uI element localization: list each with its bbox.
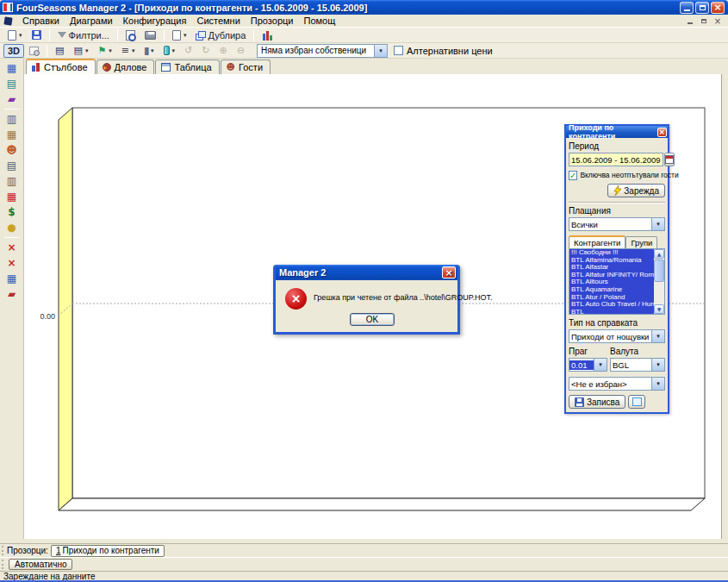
error-dialog: Manager 2 × × Грешка при четене от файла… <box>273 265 460 335</box>
tab-contragents[interactable]: Контрагенти <box>569 235 625 248</box>
windows-label: Прозорци: <box>7 546 48 555</box>
legend-options-button[interactable]: ▤▾ <box>69 44 92 58</box>
list-item[interactable]: !!! Свободни !!! <box>569 249 654 257</box>
payments-icon-button[interactable]: ● <box>3 220 22 235</box>
dialog-title: Manager 2 <box>279 267 326 278</box>
tab-groups[interactable]: Групи <box>625 236 657 248</box>
panel-divider <box>569 202 665 203</box>
saved-profile-select[interactable]: <Не е избран> ▾ <box>569 377 665 391</box>
zoom-out-button[interactable]: ⊖ <box>233 44 249 58</box>
currency-select[interactable]: BGL ▾ <box>610 358 665 372</box>
filters-button[interactable]: Филтри... <box>53 28 114 42</box>
payments-select[interactable]: Всички ▾ <box>569 217 665 231</box>
toggle-3d-button[interactable]: 3D <box>3 44 24 58</box>
scroll-down-icon[interactable]: ▼ <box>654 304 664 314</box>
toolbar-separator <box>164 29 165 41</box>
drag-handle[interactable] <box>2 546 4 555</box>
list-item[interactable]: BTL Alfatur INFINITY/ Romani <box>569 272 654 279</box>
load-button[interactable]: Зарежда <box>607 184 665 197</box>
restore-button[interactable] <box>695 2 709 14</box>
currency-icon-button[interactable]: $ <box>3 204 22 219</box>
menu-spravki[interactable]: Справки <box>17 16 65 26</box>
threshold-combo[interactable]: 0.01 ▾ <box>569 358 607 372</box>
mdi-restore-button[interactable] <box>699 16 709 26</box>
tab-table[interactable]: Таблица <box>155 59 219 74</box>
menu-pomosht[interactable]: Помощ <box>298 16 340 26</box>
save-settings-button[interactable]: Записва <box>569 395 625 409</box>
zoom-in-button[interactable]: ⊕ <box>215 44 232 58</box>
list-item[interactable]: BTL Atur / Poland <box>569 294 654 302</box>
scroll-track[interactable] <box>654 283 664 304</box>
dialog-title-bar[interactable]: Manager 2 × <box>276 265 457 280</box>
list-item[interactable]: BTL <box>569 309 654 315</box>
new-report-button[interactable]: ▾ <box>3 28 27 42</box>
vertical-grid-button[interactable]: |||▾ <box>140 44 159 58</box>
threshold-label: Праг <box>569 347 610 356</box>
menu-prozorci[interactable]: Прозорци <box>246 16 299 26</box>
archive-icon-button[interactable]: ▥ <box>3 173 22 188</box>
ok-button[interactable]: OK <box>350 313 395 326</box>
save-button[interactable] <box>28 28 46 42</box>
calculator-icon-button[interactable]: ▥ <box>3 111 22 126</box>
panel-close-button[interactable]: × <box>657 128 667 137</box>
export-button[interactable]: ▾ <box>168 28 191 42</box>
delete-icon-button[interactable]: × <box>3 255 22 270</box>
contragents-listbox[interactable]: !!! Свободни !!! BTL Alfamina/Romania BT… <box>569 248 665 315</box>
duplicate-button[interactable]: Дублира <box>191 28 250 42</box>
mdi-close-button[interactable]: × <box>712 16 723 26</box>
list-item[interactable]: BTL Alfamina/Romania <box>569 257 654 265</box>
mdi-minimize-button[interactable] <box>685 16 695 26</box>
tab-guests[interactable]: ☻Гости <box>221 59 271 74</box>
automatic-button[interactable]: Автоматично <box>9 559 72 570</box>
report-type-select[interactable]: Приходи от нощувки ▾ <box>569 329 665 343</box>
copy-window-icon-button[interactable]: ▦ <box>3 127 22 141</box>
report-parameters-panel: Приходи по контрагенти × Период 15.06.20… <box>564 124 669 414</box>
horizontal-grid-button[interactable]: ≡▾ <box>117 44 140 58</box>
menu-sistemni[interactable]: Системни <box>191 16 245 26</box>
tab-bars[interactable]: Стълбове <box>26 59 96 74</box>
tab-pies[interactable]: Дялове <box>96 59 155 74</box>
rotate-left-button[interactable]: ↺ <box>180 44 196 58</box>
reports-icon-button[interactable]: ▤ <box>3 158 22 172</box>
rotate-right-button[interactable]: ↻ <box>197 44 214 58</box>
list-scrollbar[interactable]: ▲ ▼ <box>654 249 664 314</box>
occupancy-grid-icon-button[interactable]: ▦ <box>3 189 22 203</box>
dialog-close-button[interactable]: × <box>442 266 456 278</box>
menu-diagrami[interactable]: Диаграми <box>65 16 118 26</box>
bar-style-button[interactable]: ▾ <box>159 44 180 58</box>
grid-view-button[interactable] <box>628 395 645 409</box>
scroll-thumb[interactable] <box>654 260 664 282</box>
period-field[interactable]: 15.06.2009 - 15.06.2009 <box>569 153 663 166</box>
print-button[interactable] <box>140 28 160 42</box>
calendar-button[interactable] <box>664 153 675 166</box>
scroll-up-icon[interactable]: ▲ <box>654 249 664 259</box>
cancel-icon-button[interactable]: × <box>3 240 22 254</box>
chart-button[interactable] <box>258 28 277 42</box>
window-icon-button[interactable]: ▦ <box>3 271 22 285</box>
window-button-label: Приходи по контрагенти <box>62 546 159 555</box>
close-button[interactable]: × <box>711 2 725 14</box>
guests-icon-button[interactable]: ☻ <box>3 142 22 157</box>
menu-konfiguracia[interactable]: Конфигурация <box>118 16 192 26</box>
legend-button[interactable]: ▤ <box>51 44 68 58</box>
legend-icon: ▤ <box>55 46 64 55</box>
statistics-icon-button[interactable]: ▰ <box>3 286 22 301</box>
list-item[interactable]: BTL Aquamarine <box>569 286 654 294</box>
list-item[interactable]: BTL Alltours <box>569 278 654 286</box>
export-window-icon-button[interactable]: ▤ <box>3 76 22 91</box>
window-controls: × <box>680 2 725 14</box>
minimize-button[interactable] <box>680 2 694 14</box>
chart-report-icon-button[interactable]: ▰ <box>3 91 22 106</box>
window-task-button[interactable]: 1 Приходи по контрагенти <box>51 545 165 557</box>
list-item[interactable]: BTL Alfastar <box>569 264 654 272</box>
alt-prices-checkbox[interactable] <box>394 46 403 55</box>
include-guests-checkbox[interactable]: ✓ <box>569 171 577 180</box>
print-preview-button[interactable] <box>121 28 140 42</box>
rotate-view-button[interactable] <box>25 44 43 58</box>
list-item[interactable]: BTL Auto Club Travel / Hunga <box>569 301 654 309</box>
panel-title-bar[interactable]: Приходи по контрагенти × <box>566 126 668 138</box>
labels-button[interactable]: ⚑▾ <box>93 44 115 58</box>
rooms-grid-icon-button[interactable]: ▦ <box>3 60 22 75</box>
drag-handle[interactable] <box>2 560 4 569</box>
owners-select[interactable]: Няма избран собственици ▾ <box>257 44 388 58</box>
